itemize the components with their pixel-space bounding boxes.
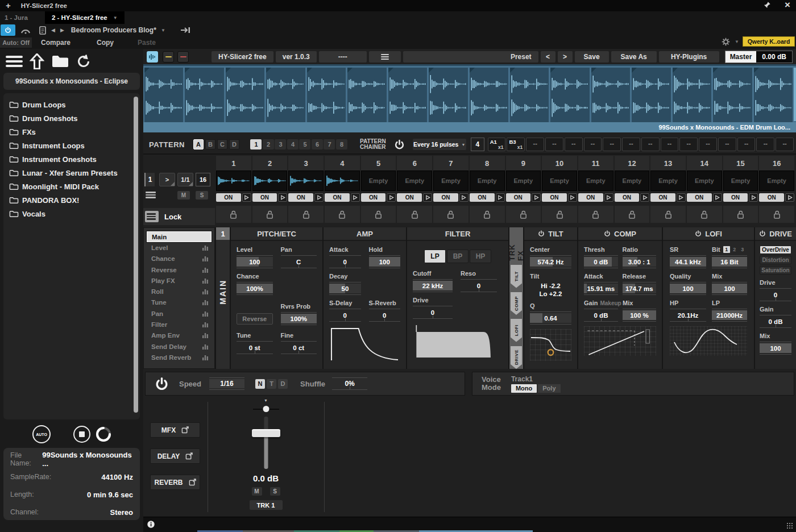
- wave-slice[interactable]: [144, 68, 183, 123]
- bit-option-2[interactable]: 2: [731, 246, 738, 253]
- amp.sreverb-box[interactable]: 0: [369, 310, 401, 320]
- pitch.fine-box[interactable]: 0 ct: [281, 343, 317, 352]
- wave-slice[interactable]: [632, 68, 670, 123]
- folder-item[interactable]: FXs: [7, 125, 136, 139]
- wave-slice[interactable]: [470, 68, 508, 123]
- chain-slot[interactable]: --: [756, 138, 774, 151]
- slice-play-button[interactable]: [749, 193, 758, 202]
- filter-mode-bp[interactable]: BP: [447, 250, 469, 263]
- add-tab-icon[interactable]: +: [6, 1, 11, 11]
- lofi.sr-box[interactable]: 44.1 kHz: [670, 257, 706, 267]
- slice-lock-cell[interactable]: [759, 206, 794, 223]
- slice-on-button[interactable]: ON: [506, 193, 531, 202]
- filter-mode-lp[interactable]: LP: [424, 250, 446, 263]
- drive-mode-overdrive[interactable]: OverDrive: [760, 246, 791, 254]
- grid-mode-n[interactable]: N: [255, 379, 265, 389]
- pattern-slot-3[interactable]: 3: [275, 139, 286, 149]
- param-tab-play-fx[interactable]: Play FX: [147, 275, 212, 286]
- speed-value[interactable]: 1/16: [209, 377, 244, 390]
- compare-button[interactable]: Compare: [41, 39, 71, 47]
- lofi.bit-box[interactable]: 16 Bit: [712, 257, 747, 267]
- stop-button[interactable]: [73, 426, 90, 443]
- slice-play-button[interactable]: [785, 193, 794, 202]
- save-button[interactable]: Save: [575, 51, 609, 63]
- drive-mode-saturation[interactable]: Saturation: [760, 266, 791, 275]
- gauge-icon[interactable]: [20, 26, 31, 34]
- tab-drive[interactable]: DRIVE: [511, 346, 522, 369]
- pitch.rvrs-box[interactable]: 100%: [281, 314, 317, 323]
- slice-lock-cell[interactable]: [433, 206, 469, 223]
- slice-thumbnail[interactable]: [252, 171, 288, 191]
- slice-thumbnail[interactable]: Empty: [542, 171, 577, 191]
- auto-mode-button[interactable]: Auto: Off: [0, 38, 32, 48]
- slice-lock-cell[interactable]: [397, 206, 432, 223]
- view-toggle-yellow-button[interactable]: [163, 51, 174, 63]
- prev-preset-icon[interactable]: ◀: [51, 27, 55, 33]
- preset-prev-button[interactable]: <: [541, 51, 555, 63]
- menu-icon[interactable]: [6, 55, 23, 68]
- tab-jura[interactable]: 1 - Jura: [5, 14, 28, 21]
- drive-power-button[interactable]: [759, 230, 766, 237]
- slice-lock-cell[interactable]: [470, 206, 505, 223]
- host-preset-name[interactable]: Bedroom Producers Blog*: [71, 26, 156, 34]
- copy-button[interactable]: Copy: [97, 39, 114, 47]
- folder-item[interactable]: Drum Loops: [7, 98, 136, 111]
- browser-scrollbar[interactable]: [134, 97, 138, 413]
- amp.sdelay-box[interactable]: 0: [329, 310, 361, 320]
- pattern-slot-7[interactable]: 7: [324, 139, 335, 149]
- slice-thumbnail[interactable]: Empty: [650, 171, 686, 191]
- slice-thumbnail[interactable]: Empty: [470, 171, 505, 191]
- folder-item[interactable]: Lunar - Xfer Serum Presets: [7, 166, 136, 180]
- pattern-bank-A[interactable]: A: [193, 139, 204, 149]
- bit-option-1[interactable]: 1: [723, 246, 730, 253]
- slice-on-button[interactable]: ON: [687, 193, 712, 202]
- chain-slot[interactable]: --: [776, 138, 794, 151]
- fader-handle[interactable]: [252, 429, 280, 437]
- play-direction-button[interactable]: >: [159, 173, 175, 186]
- filter-mode-hp[interactable]: HP: [470, 250, 491, 263]
- pitch.tune-box[interactable]: 0 st: [237, 343, 273, 352]
- slice-lock-cell[interactable]: [578, 206, 613, 223]
- slice-lock-cell[interactable]: [723, 206, 758, 223]
- param-tab-tune[interactable]: Tune: [147, 297, 212, 308]
- view-toggle-red-button[interactable]: [177, 51, 189, 63]
- slice-lock-cell[interactable]: [252, 206, 288, 223]
- preset-field[interactable]: Preset: [403, 51, 538, 63]
- chain-slot[interactable]: --: [603, 138, 621, 151]
- pitch.level-box[interactable]: 100: [237, 257, 273, 267]
- param-tab-roll[interactable]: Roll: [147, 286, 212, 297]
- tilt.q-box[interactable]: 0.64: [530, 313, 571, 323]
- tab-comp[interactable]: COMP: [511, 292, 522, 315]
- bit-option-3[interactable]: 3: [739, 246, 746, 253]
- drive.drive-box[interactable]: 0: [760, 290, 791, 300]
- track-mute-button[interactable]: M: [252, 487, 262, 496]
- track-select-button[interactable]: TRK 1: [250, 500, 283, 510]
- slice-on-button[interactable]: ON: [470, 193, 495, 202]
- folder-item[interactable]: Vocals: [7, 207, 136, 221]
- slice-lock-cell[interactable]: [506, 206, 541, 223]
- slice-thumbnail[interactable]: Empty: [615, 171, 650, 191]
- filter.drive-box[interactable]: 0: [413, 307, 453, 317]
- slice-on-button[interactable]: ON: [361, 193, 386, 202]
- wave-slice[interactable]: [226, 68, 264, 123]
- slice-thumbnail[interactable]: [288, 171, 324, 191]
- slice-on-button[interactable]: ON: [252, 193, 277, 202]
- lock-menu-icon[interactable]: [145, 211, 159, 222]
- param-tab-send-reverb[interactable]: Send Reverb: [147, 352, 212, 363]
- comp.gain-box[interactable]: 0 dB: [584, 310, 618, 320]
- tilt-power-button[interactable]: [538, 230, 545, 237]
- tab-hy-slicer2[interactable]: 2 - HY-Slicer2 free▼: [45, 11, 125, 24]
- qwerty-keyboard-button[interactable]: Qwerty K..oard: [743, 36, 795, 47]
- open-reverb-button[interactable]: REVERB: [150, 475, 200, 490]
- chevron-down-icon[interactable]: ▼: [161, 28, 165, 33]
- wave-slice[interactable]: [307, 68, 346, 123]
- chain-slot[interactable]: --: [737, 138, 756, 151]
- slice-lock-cell[interactable]: [288, 206, 324, 223]
- save-as-button[interactable]: Save As: [611, 51, 657, 63]
- slice-play-button[interactable]: [351, 193, 360, 202]
- pattern-slot-2[interactable]: 2: [263, 139, 274, 149]
- pattern-bank-D[interactable]: D: [229, 139, 239, 149]
- chain-slot[interactable]: --: [641, 138, 660, 151]
- comp-power-button[interactable]: [604, 230, 611, 237]
- slice-on-button[interactable]: ON: [615, 193, 640, 202]
